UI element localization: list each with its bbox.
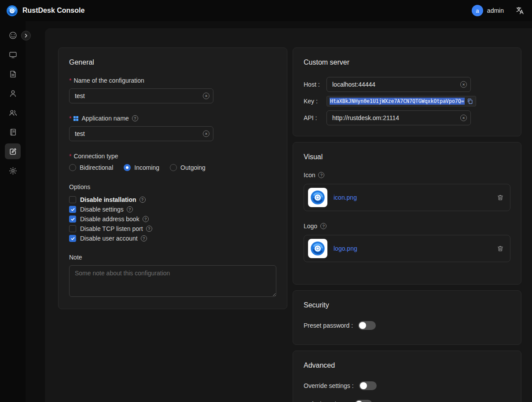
key-field[interactable]: HtaXBkJNHyn0e1U1jWXze7A7CN7QTGWqxkOtpaVp… bbox=[327, 96, 476, 106]
sidebar-item-logbook[interactable] bbox=[5, 124, 21, 140]
clear-icon[interactable]: ✕ bbox=[460, 81, 467, 88]
toggle-row-override-settings: Override settings : bbox=[304, 380, 510, 391]
help-icon[interactable]: ? bbox=[318, 172, 324, 178]
host-row: Host : ✕ bbox=[304, 77, 510, 92]
sidebar-item-gear[interactable] bbox=[5, 163, 21, 179]
visual-card: Visual Icon?icon.pngLogo?logo.png bbox=[293, 142, 521, 285]
required-asterisk: * bbox=[69, 77, 71, 84]
icon-file-link[interactable]: icon.png bbox=[334, 194, 357, 201]
checkbox-box bbox=[69, 206, 76, 213]
checkbox-disable-address-book[interactable]: Disable address book? bbox=[69, 214, 276, 224]
radio-outgoing[interactable]: Outgoing bbox=[170, 164, 205, 171]
application-name-label: * Application name ? bbox=[69, 115, 276, 122]
copy-icon[interactable] bbox=[467, 98, 473, 104]
connection-type-group: BidirectionalIncomingOutgoing bbox=[69, 164, 276, 171]
help-icon[interactable]: ? bbox=[132, 115, 138, 121]
key-row: Key : HtaXBkJNHyn0e1U1jWXze7A7CN7QTGWqxk… bbox=[304, 96, 510, 106]
monitor-icon bbox=[9, 51, 17, 59]
checkbox-box bbox=[69, 196, 76, 203]
key-value: HtaXBkJNHyn0e1U1jWXze7A7CN7QTGWqxkOtpaVp… bbox=[330, 98, 465, 105]
help-icon[interactable]: ? bbox=[127, 206, 133, 212]
application-name-input[interactable] bbox=[69, 126, 213, 141]
sidebar-item-document[interactable] bbox=[5, 66, 21, 82]
sidebar-item-edit[interactable] bbox=[5, 143, 21, 159]
toggle-label: Preset password : bbox=[304, 322, 353, 329]
advanced-toggles: Override settings :Default settings : bbox=[304, 380, 510, 402]
edit-icon bbox=[9, 147, 17, 156]
required-asterisk: * bbox=[69, 153, 71, 160]
toggle-label: Override settings : bbox=[304, 382, 354, 389]
content-panel: General * Name of the configuration ✕ * … bbox=[45, 28, 532, 402]
api-input[interactable] bbox=[327, 110, 471, 125]
radio-label: Outgoing bbox=[180, 164, 205, 171]
toggle-row-default-settings: Default settings : bbox=[304, 398, 510, 402]
config-name-input[interactable] bbox=[69, 88, 213, 103]
radio-label: Bidirectional bbox=[80, 164, 113, 171]
help-icon[interactable]: ? bbox=[320, 223, 327, 229]
icon-file-box: icon.png bbox=[304, 184, 510, 211]
checkbox-disable-user-account[interactable]: Disable user account? bbox=[69, 234, 276, 243]
sidebar-item-smiley[interactable] bbox=[5, 27, 21, 43]
logo-preview-image bbox=[308, 239, 327, 258]
config-name-label: * Name of the configuration bbox=[69, 77, 276, 84]
options-label: Options bbox=[69, 183, 276, 190]
logbook-icon bbox=[9, 128, 17, 136]
radio-circle bbox=[124, 164, 131, 171]
security-card-title: Security bbox=[304, 301, 510, 309]
help-icon[interactable]: ? bbox=[143, 216, 149, 222]
checkbox-disable-tcp-listen-port[interactable]: Disable TCP listen port? bbox=[69, 224, 276, 234]
icon-label: Icon? bbox=[304, 172, 510, 179]
logo-file-link[interactable]: logo.png bbox=[334, 245, 357, 252]
note-label: Note bbox=[69, 254, 276, 261]
connection-type-label: * Connection type bbox=[69, 153, 276, 160]
advanced-card: Advanced Override settings :Default sett… bbox=[293, 351, 521, 402]
api-row: API : ✕ bbox=[304, 110, 510, 125]
user-name[interactable]: admin bbox=[487, 7, 504, 14]
main-area: General * Name of the configuration ✕ * … bbox=[26, 21, 532, 402]
radio-incoming[interactable]: Incoming bbox=[124, 164, 159, 171]
toggle-preset-password[interactable] bbox=[358, 321, 376, 330]
avatar[interactable]: a bbox=[472, 5, 483, 16]
gear-icon bbox=[9, 167, 17, 175]
options-list: Disable installation?Disable settings?Di… bbox=[69, 195, 276, 243]
sidebar-item-user[interactable] bbox=[5, 85, 21, 101]
help-icon[interactable]: ? bbox=[141, 235, 147, 241]
clear-icon[interactable]: ✕ bbox=[460, 115, 467, 121]
custom-server-card: Custom server Host : ✕ Key : HtaXBkJNHyn… bbox=[293, 48, 521, 136]
app-title: RustDesk Console bbox=[22, 7, 84, 15]
help-icon[interactable]: ? bbox=[139, 197, 146, 203]
host-input[interactable] bbox=[327, 77, 471, 92]
api-input-wrap: ✕ bbox=[327, 110, 471, 125]
translate-icon[interactable] bbox=[515, 6, 524, 15]
checkbox-label: Disable address book bbox=[80, 216, 139, 223]
radio-circle bbox=[170, 164, 177, 171]
radio-label: Incoming bbox=[134, 164, 159, 171]
help-icon[interactable]: ? bbox=[146, 226, 152, 232]
icon-preview-image bbox=[308, 188, 327, 207]
trash-icon[interactable] bbox=[497, 245, 504, 252]
logo-label: Logo? bbox=[304, 223, 510, 230]
note-textarea[interactable] bbox=[69, 265, 276, 297]
rustdesk-logo-icon bbox=[6, 5, 18, 17]
security-card: Security Preset password : bbox=[293, 290, 521, 345]
visual-sections: Icon?icon.pngLogo?logo.png bbox=[304, 172, 510, 262]
clear-icon[interactable]: ✕ bbox=[203, 131, 209, 137]
checkbox-disable-installation[interactable]: Disable installation? bbox=[69, 195, 276, 205]
custom-server-title: Custom server bbox=[304, 58, 510, 66]
checkbox-label: Disable user account bbox=[80, 235, 138, 242]
trash-icon[interactable] bbox=[497, 194, 504, 201]
checkbox-disable-settings[interactable]: Disable settings? bbox=[69, 205, 276, 214]
toggle-override-settings[interactable] bbox=[359, 381, 377, 390]
logo-file-box: logo.png bbox=[304, 235, 510, 262]
general-card: General * Name of the configuration ✕ * … bbox=[58, 48, 287, 309]
config-name-input-wrap: ✕ bbox=[69, 88, 213, 103]
toggle-default-settings[interactable] bbox=[355, 400, 372, 402]
sidebar bbox=[0, 21, 26, 402]
sidebar-item-users[interactable] bbox=[5, 105, 21, 121]
security-toggles: Preset password : bbox=[304, 320, 510, 331]
clear-icon[interactable]: ✕ bbox=[203, 93, 209, 99]
sidebar-expand-button[interactable] bbox=[21, 31, 31, 40]
sidebar-item-monitor[interactable] bbox=[5, 47, 21, 62]
key-label: Key : bbox=[304, 98, 327, 105]
radio-bidirectional[interactable]: Bidirectional bbox=[69, 164, 113, 171]
